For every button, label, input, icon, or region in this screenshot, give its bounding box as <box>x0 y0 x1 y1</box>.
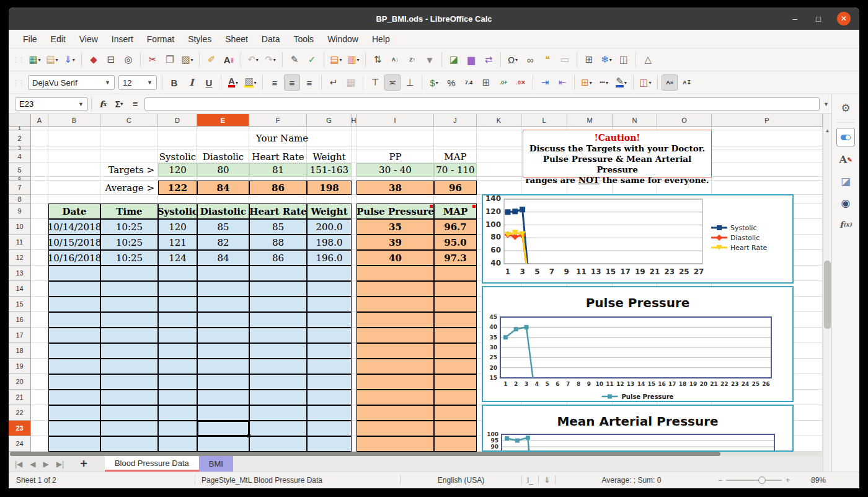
sort-descending-icon[interactable]: Z↑ <box>404 51 420 68</box>
cell-D12[interactable]: 124 <box>158 250 197 266</box>
cell-I5[interactable]: 30 - 40 <box>356 163 434 177</box>
insert-mode-icon[interactable]: I_ <box>522 472 538 488</box>
cell-B15[interactable] <box>48 297 100 312</box>
cell-C18[interactable] <box>100 343 158 359</box>
table-header-date[interactable]: Date <box>48 204 100 219</box>
formula-input[interactable] <box>144 97 820 111</box>
cell-J17[interactable] <box>434 328 477 343</box>
cell-I18[interactable] <box>356 343 434 359</box>
previous-sheet-icon[interactable]: ◀ <box>30 460 35 468</box>
sort-ascending-icon[interactable]: A↓ <box>387 51 403 68</box>
cell-F5[interactable]: 81 <box>249 163 307 177</box>
cell-J16[interactable] <box>434 312 477 328</box>
cell-F24[interactable] <box>249 436 307 452</box>
metric-header-pp[interactable]: PP <box>356 150 434 163</box>
cell-J21[interactable] <box>434 390 477 405</box>
cell-I15[interactable] <box>356 297 434 312</box>
row-header-4[interactable]: 4 <box>9 150 31 163</box>
expand-formula-bar-icon[interactable]: ▼ <box>823 101 829 107</box>
pivot-table-icon[interactable]: ⇄ <box>480 51 497 68</box>
cell-B21[interactable] <box>48 390 100 405</box>
insert-hyperlink-icon[interactable]: ∞ <box>522 51 538 68</box>
cell-E19[interactable] <box>197 359 249 374</box>
cell-I22[interactable] <box>356 405 434 421</box>
column-header-I[interactable]: I <box>356 114 434 127</box>
insert-image-icon[interactable]: ◪ <box>446 51 462 68</box>
spelling-icon[interactable]: ✓ <box>304 51 320 68</box>
draw-functions-icon[interactable]: △ <box>640 51 656 68</box>
cell-I20[interactable] <box>356 374 434 390</box>
cell-C12[interactable]: 10:25 <box>100 250 158 266</box>
cell-B16[interactable] <box>48 312 100 328</box>
row-header-14[interactable]: 14 <box>9 281 31 297</box>
cell-C15[interactable] <box>100 297 158 312</box>
cut-icon[interactable]: ✂ <box>144 51 161 68</box>
cell-E13[interactable] <box>197 266 249 281</box>
italic-icon[interactable]: I <box>184 74 200 91</box>
metric-header-diastolic[interactable]: Diastolic <box>197 150 249 163</box>
cell-J23[interactable] <box>434 421 477 436</box>
redo-icon[interactable]: ↷▾ <box>262 51 278 68</box>
delete-decimal-icon[interactable]: .0✕ <box>513 74 529 91</box>
cell-G24[interactable] <box>307 436 352 452</box>
column-header-E[interactable]: E <box>197 114 249 127</box>
merge-cells-icon[interactable]: ▦ <box>343 74 359 91</box>
minimize-icon[interactable]: – <box>790 14 800 24</box>
cell-I12[interactable]: 40 <box>356 250 434 266</box>
menu-help[interactable]: Help <box>365 30 397 48</box>
column-header-O[interactable]: O <box>657 114 712 127</box>
column-header-F[interactable]: F <box>249 114 307 127</box>
align-top-icon[interactable]: ⊤ <box>367 74 383 91</box>
cell-D17[interactable] <box>158 328 197 343</box>
cell-I14[interactable] <box>356 281 434 297</box>
print-area-icon[interactable]: ⊞ <box>581 51 597 68</box>
functions-icon[interactable]: f(x) <box>837 216 854 233</box>
highlight-color-icon[interactable]: ▧▾ <box>242 74 259 91</box>
cell-G21[interactable] <box>307 390 352 405</box>
cell-G12[interactable]: 196.0 <box>307 250 352 266</box>
cell-F17[interactable] <box>249 328 307 343</box>
cell-I24[interactable] <box>356 436 434 452</box>
cell-E22[interactable] <box>197 405 249 421</box>
undo-icon[interactable]: ↶▾ <box>245 51 261 68</box>
clear-formatting-icon[interactable]: A▮ <box>221 51 237 68</box>
clone-formatting-icon[interactable]: ✐ <box>203 51 219 68</box>
column-header-N[interactable]: N <box>613 114 657 127</box>
maximize-icon[interactable]: □ <box>813 14 823 24</box>
cell-J5[interactable]: 70 - 110 <box>434 163 477 177</box>
export-pdf-icon[interactable]: ◆ <box>86 51 102 68</box>
zoom-knob[interactable] <box>758 477 766 484</box>
horizontal-scrollbar-thumb[interactable] <box>10 452 720 456</box>
align-left-icon[interactable]: ≡ <box>267 74 283 91</box>
column-header-A[interactable]: A <box>31 114 48 127</box>
cell-F19[interactable] <box>249 359 307 374</box>
name-box[interactable]: E23 ▼ <box>15 97 88 111</box>
cell-F18[interactable] <box>249 343 307 359</box>
navigator-icon[interactable]: ◉ <box>837 194 854 212</box>
menu-data[interactable]: Data <box>255 30 287 48</box>
cell-B12[interactable]: 10/16/2018 <box>48 250 100 266</box>
cell-B20[interactable] <box>48 374 100 390</box>
vertical-scrollbar-thumb[interactable] <box>824 261 831 329</box>
cell-J10[interactable]: 96.7 <box>434 219 477 235</box>
chart-pulse-pressure[interactable]: Pulse Pressure45403530252015123456789101… <box>482 286 794 402</box>
find-replace-icon[interactable]: ✎ <box>286 51 303 68</box>
borders-icon[interactable]: ⊞▾ <box>578 74 595 91</box>
cell-G18[interactable] <box>307 343 352 359</box>
font-size-combo[interactable]: 12▼ <box>118 75 157 90</box>
border-color-icon[interactable]: ✎▾ <box>613 74 629 91</box>
cell-B17[interactable] <box>48 328 100 343</box>
table-header-time[interactable]: Time <box>100 204 158 219</box>
language-status[interactable]: English (USA) <box>401 472 521 488</box>
column-header-B[interactable]: B <box>48 114 100 127</box>
cell-D23[interactable] <box>158 421 197 436</box>
page-style[interactable]: PageStyle_MtL Blood Pressure Data <box>195 472 400 488</box>
cell-J11[interactable]: 95.0 <box>434 235 477 250</box>
insert-row-icon[interactable]: ▤▾ <box>328 51 344 68</box>
sheet-tab-blood-pressure-data[interactable]: Blood Pressure Data <box>105 456 199 472</box>
scroll-up-icon[interactable]: ▲ <box>823 128 831 133</box>
menu-edit[interactable]: Edit <box>44 30 73 48</box>
cell-F23[interactable] <box>249 421 307 436</box>
cell-C20[interactable] <box>100 374 158 390</box>
cell-D21[interactable] <box>158 390 197 405</box>
